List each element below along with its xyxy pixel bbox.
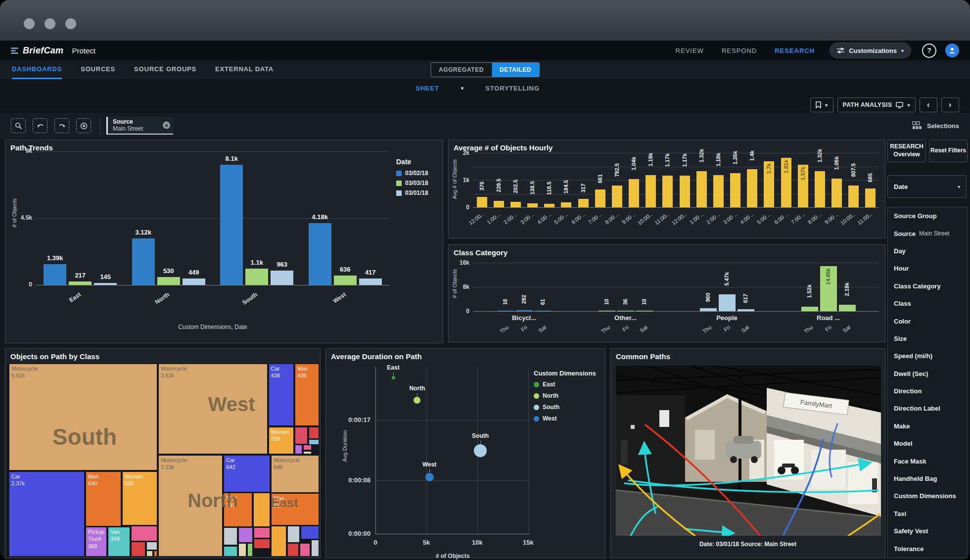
bar[interactable] [629, 179, 639, 207]
window-control-3[interactable] [65, 18, 76, 29]
bar[interactable] [334, 276, 357, 285]
bar[interactable] [544, 204, 554, 207]
bar[interactable] [510, 202, 521, 207]
bookmark-button[interactable]: ▾ [810, 97, 833, 112]
bar[interactable] [477, 197, 487, 207]
undo-selection-button[interactable] [33, 118, 47, 133]
tile-motorcycle[interactable]: Motorcycle3.63k [158, 364, 268, 454]
legend-item[interactable]: North [534, 392, 598, 399]
tile-woman[interactable]: Woman339 [269, 427, 294, 455]
filter-item-taxi[interactable]: Taxi [888, 505, 967, 522]
bar[interactable] [561, 202, 571, 207]
tile-small[interactable] [238, 527, 253, 543]
tile-motorcycle[interactable]: Motorcycle2.33k [158, 455, 223, 557]
tile-small[interactable] [254, 539, 270, 549]
scatter-point-east[interactable] [392, 376, 395, 379]
remove-filter-icon[interactable]: ✕ [163, 122, 170, 129]
bar[interactable] [636, 311, 653, 311]
filter-item-face-mask[interactable]: Face Mask [888, 452, 967, 469]
scatter-point-north[interactable] [414, 397, 420, 404]
next-sheet-button[interactable]: › [941, 97, 959, 112]
legend-item[interactable]: East [534, 381, 598, 388]
bar[interactable] [831, 179, 842, 207]
common-paths-image[interactable]: FamilyMart [616, 366, 881, 536]
filter-item-speed-mi-h-[interactable]: Speed (mi/h) [888, 347, 967, 365]
tile-van[interactable]: Van348 [108, 527, 130, 557]
filter-item-model[interactable]: Model [888, 435, 967, 452]
bar[interactable] [69, 281, 92, 285]
tile-car[interactable]: Car438 [269, 364, 294, 426]
bar[interactable] [839, 305, 856, 311]
bar[interactable] [527, 203, 538, 207]
tile-small[interactable] [303, 445, 312, 451]
tile-car[interactable]: Car2.37k [9, 471, 85, 557]
bar[interactable] [359, 279, 382, 285]
filter-item-source[interactable]: SourceMain Street [888, 225, 967, 242]
bar[interactable] [713, 175, 724, 207]
path-analysis-button[interactable]: PATH ANALYSIS ▾ [837, 97, 916, 112]
help-button[interactable]: ? [922, 44, 936, 58]
legend-item[interactable]: 03/02/18 [396, 170, 437, 177]
bar[interactable] [516, 310, 533, 311]
filter-item-hour[interactable]: Hour [888, 260, 967, 277]
research-overview-button[interactable]: RESEARCH Overview [887, 140, 926, 162]
bar[interactable] [497, 311, 514, 311]
filter-item-size[interactable]: Size [888, 330, 967, 347]
tile-small[interactable] [238, 543, 246, 557]
tile-man[interactable]: Man391 [224, 493, 252, 527]
bar[interactable] [612, 186, 622, 207]
tile-pickup-truck[interactable]: Pickup Truck368 [86, 527, 107, 557]
tile-small[interactable] [287, 526, 300, 542]
filter-item-class[interactable]: Class [888, 295, 967, 312]
bar[interactable] [157, 277, 180, 285]
tile-car[interactable]: Car642 [224, 455, 270, 492]
filter-chip-source[interactable]: Source Main Street ✕ [106, 117, 173, 135]
tile-small[interactable] [303, 451, 312, 455]
bar[interactable] [595, 189, 605, 207]
filter-item-day[interactable]: Day [888, 242, 967, 260]
tile-woman[interactable]: Woman558 [122, 471, 157, 525]
filter-item-direction[interactable]: Direction [888, 382, 967, 400]
legend-item[interactable]: 03/01/18 [396, 189, 437, 196]
tile-small[interactable] [311, 540, 319, 557]
reset-filters-button[interactable]: Reset Filters [929, 140, 968, 162]
redo-selection-button[interactable] [54, 118, 69, 133]
header-nav-review[interactable]: REVIEW [676, 47, 704, 54]
mode-detailed[interactable]: DETAILED [492, 63, 539, 77]
scatter-point-west[interactable] [425, 473, 434, 481]
tile-small[interactable] [146, 551, 153, 557]
bar[interactable] [535, 311, 552, 311]
clear-selection-button[interactable] [76, 118, 91, 133]
scatter-point-south[interactable] [474, 444, 487, 457]
sheet-chevron-icon[interactable]: ▾ [461, 85, 464, 92]
tile-motorcycle[interactable]: Motorcycle648 [271, 455, 319, 493]
bar[interactable] [183, 279, 205, 285]
bar[interactable] [848, 186, 859, 207]
filter-item-safety-vest[interactable]: Safety Vest [888, 522, 967, 540]
bar[interactable] [815, 171, 825, 207]
date-dropdown[interactable]: Date ▾ [887, 175, 967, 198]
bar[interactable] [801, 307, 818, 311]
tile-small[interactable] [301, 526, 319, 539]
bar[interactable] [94, 283, 117, 285]
tile-motorcycle[interactable]: Motorcycle5.52k [9, 364, 157, 470]
bar[interactable] [44, 264, 66, 285]
tile-small[interactable] [300, 543, 310, 557]
tile-small[interactable] [146, 542, 157, 550]
bar[interactable] [220, 165, 243, 285]
filter-item-direction-label[interactable]: Direction Label [888, 400, 967, 417]
header-nav-respond[interactable]: RESPOND [722, 47, 757, 54]
filter-item-dwell-sec-[interactable]: Dwell (Sec) [888, 365, 967, 382]
legend-item[interactable]: 03/03/18 [396, 180, 437, 187]
tile-small[interactable] [295, 445, 302, 455]
bar[interactable] [696, 171, 707, 207]
bar[interactable] [132, 238, 155, 285]
bar[interactable] [865, 188, 876, 207]
tab-storytelling[interactable]: STORYTELLING [485, 85, 539, 92]
filter-item-tolerance[interactable]: Tolerance [888, 540, 967, 557]
tile-small[interactable] [131, 542, 145, 557]
tile-small[interactable] [131, 526, 157, 541]
bar[interactable] [578, 199, 589, 207]
header-nav-research[interactable]: RESEARCH [775, 47, 815, 54]
legend-item[interactable]: South [534, 404, 598, 411]
